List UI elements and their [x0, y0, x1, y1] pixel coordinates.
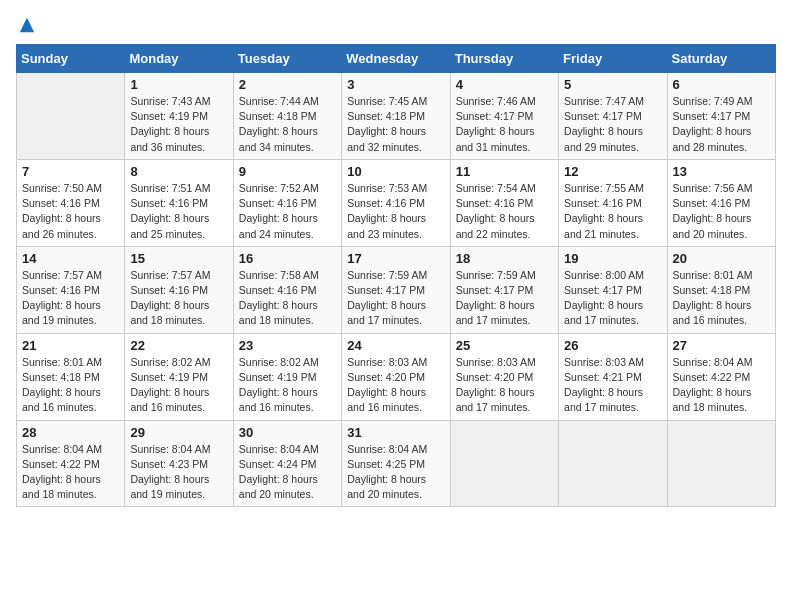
- calendar-cell: 20Sunrise: 8:01 AM Sunset: 4:18 PM Dayli…: [667, 246, 775, 333]
- day-info: Sunrise: 7:51 AM Sunset: 4:16 PM Dayligh…: [130, 181, 227, 242]
- day-number: 15: [130, 251, 227, 266]
- calendar-cell: 6Sunrise: 7:49 AM Sunset: 4:17 PM Daylig…: [667, 73, 775, 160]
- day-number: 26: [564, 338, 661, 353]
- day-number: 21: [22, 338, 119, 353]
- weekday-header-thursday: Thursday: [450, 45, 558, 73]
- calendar-cell: 18Sunrise: 7:59 AM Sunset: 4:17 PM Dayli…: [450, 246, 558, 333]
- day-number: 3: [347, 77, 444, 92]
- calendar-cell: 27Sunrise: 8:04 AM Sunset: 4:22 PM Dayli…: [667, 333, 775, 420]
- day-info: Sunrise: 7:44 AM Sunset: 4:18 PM Dayligh…: [239, 94, 336, 155]
- day-info: Sunrise: 7:49 AM Sunset: 4:17 PM Dayligh…: [673, 94, 770, 155]
- day-number: 9: [239, 164, 336, 179]
- calendar-cell: 26Sunrise: 8:03 AM Sunset: 4:21 PM Dayli…: [559, 333, 667, 420]
- weekday-header-wednesday: Wednesday: [342, 45, 450, 73]
- day-info: Sunrise: 8:04 AM Sunset: 4:23 PM Dayligh…: [130, 442, 227, 503]
- calendar-cell: 31Sunrise: 8:04 AM Sunset: 4:25 PM Dayli…: [342, 420, 450, 507]
- day-info: Sunrise: 7:47 AM Sunset: 4:17 PM Dayligh…: [564, 94, 661, 155]
- calendar-cell: [17, 73, 125, 160]
- day-info: Sunrise: 8:04 AM Sunset: 4:22 PM Dayligh…: [22, 442, 119, 503]
- day-number: 24: [347, 338, 444, 353]
- day-info: Sunrise: 8:03 AM Sunset: 4:20 PM Dayligh…: [456, 355, 553, 416]
- day-info: Sunrise: 7:43 AM Sunset: 4:19 PM Dayligh…: [130, 94, 227, 155]
- day-info: Sunrise: 8:04 AM Sunset: 4:25 PM Dayligh…: [347, 442, 444, 503]
- weekday-header-monday: Monday: [125, 45, 233, 73]
- day-number: 1: [130, 77, 227, 92]
- day-number: 10: [347, 164, 444, 179]
- calendar-cell: 3Sunrise: 7:45 AM Sunset: 4:18 PM Daylig…: [342, 73, 450, 160]
- calendar-cell: 10Sunrise: 7:53 AM Sunset: 4:16 PM Dayli…: [342, 159, 450, 246]
- calendar-cell: 9Sunrise: 7:52 AM Sunset: 4:16 PM Daylig…: [233, 159, 341, 246]
- day-info: Sunrise: 7:46 AM Sunset: 4:17 PM Dayligh…: [456, 94, 553, 155]
- calendar-week-row: 1Sunrise: 7:43 AM Sunset: 4:19 PM Daylig…: [17, 73, 776, 160]
- day-info: Sunrise: 7:57 AM Sunset: 4:16 PM Dayligh…: [130, 268, 227, 329]
- day-number: 23: [239, 338, 336, 353]
- day-info: Sunrise: 7:55 AM Sunset: 4:16 PM Dayligh…: [564, 181, 661, 242]
- day-info: Sunrise: 8:02 AM Sunset: 4:19 PM Dayligh…: [239, 355, 336, 416]
- day-info: Sunrise: 7:59 AM Sunset: 4:17 PM Dayligh…: [456, 268, 553, 329]
- day-number: 2: [239, 77, 336, 92]
- calendar-cell: 16Sunrise: 7:58 AM Sunset: 4:16 PM Dayli…: [233, 246, 341, 333]
- calendar-week-row: 21Sunrise: 8:01 AM Sunset: 4:18 PM Dayli…: [17, 333, 776, 420]
- day-number: 19: [564, 251, 661, 266]
- day-number: 8: [130, 164, 227, 179]
- calendar-cell: 4Sunrise: 7:46 AM Sunset: 4:17 PM Daylig…: [450, 73, 558, 160]
- calendar-cell: 25Sunrise: 8:03 AM Sunset: 4:20 PM Dayli…: [450, 333, 558, 420]
- calendar-cell: 19Sunrise: 8:00 AM Sunset: 4:17 PM Dayli…: [559, 246, 667, 333]
- day-info: Sunrise: 8:03 AM Sunset: 4:20 PM Dayligh…: [347, 355, 444, 416]
- day-number: 13: [673, 164, 770, 179]
- day-info: Sunrise: 8:01 AM Sunset: 4:18 PM Dayligh…: [673, 268, 770, 329]
- day-info: Sunrise: 8:04 AM Sunset: 4:22 PM Dayligh…: [673, 355, 770, 416]
- calendar-header-row: SundayMondayTuesdayWednesdayThursdayFrid…: [17, 45, 776, 73]
- day-info: Sunrise: 7:45 AM Sunset: 4:18 PM Dayligh…: [347, 94, 444, 155]
- day-number: 27: [673, 338, 770, 353]
- calendar-cell: 11Sunrise: 7:54 AM Sunset: 4:16 PM Dayli…: [450, 159, 558, 246]
- weekday-header-tuesday: Tuesday: [233, 45, 341, 73]
- day-info: Sunrise: 8:00 AM Sunset: 4:17 PM Dayligh…: [564, 268, 661, 329]
- calendar-cell: 23Sunrise: 8:02 AM Sunset: 4:19 PM Dayli…: [233, 333, 341, 420]
- calendar-week-row: 28Sunrise: 8:04 AM Sunset: 4:22 PM Dayli…: [17, 420, 776, 507]
- calendar-cell: 29Sunrise: 8:04 AM Sunset: 4:23 PM Dayli…: [125, 420, 233, 507]
- day-number: 11: [456, 164, 553, 179]
- day-number: 7: [22, 164, 119, 179]
- day-info: Sunrise: 7:54 AM Sunset: 4:16 PM Dayligh…: [456, 181, 553, 242]
- day-number: 25: [456, 338, 553, 353]
- calendar-cell: 14Sunrise: 7:57 AM Sunset: 4:16 PM Dayli…: [17, 246, 125, 333]
- calendar-week-row: 7Sunrise: 7:50 AM Sunset: 4:16 PM Daylig…: [17, 159, 776, 246]
- calendar-cell: 24Sunrise: 8:03 AM Sunset: 4:20 PM Dayli…: [342, 333, 450, 420]
- day-info: Sunrise: 7:53 AM Sunset: 4:16 PM Dayligh…: [347, 181, 444, 242]
- day-number: 14: [22, 251, 119, 266]
- weekday-header-friday: Friday: [559, 45, 667, 73]
- day-number: 17: [347, 251, 444, 266]
- day-info: Sunrise: 8:03 AM Sunset: 4:21 PM Dayligh…: [564, 355, 661, 416]
- svg-marker-0: [20, 18, 34, 32]
- day-number: 12: [564, 164, 661, 179]
- day-info: Sunrise: 8:04 AM Sunset: 4:24 PM Dayligh…: [239, 442, 336, 503]
- day-number: 22: [130, 338, 227, 353]
- day-info: Sunrise: 7:50 AM Sunset: 4:16 PM Dayligh…: [22, 181, 119, 242]
- calendar-cell: 30Sunrise: 8:04 AM Sunset: 4:24 PM Dayli…: [233, 420, 341, 507]
- day-info: Sunrise: 7:59 AM Sunset: 4:17 PM Dayligh…: [347, 268, 444, 329]
- page-header: [16, 16, 776, 32]
- calendar-cell: 17Sunrise: 7:59 AM Sunset: 4:17 PM Dayli…: [342, 246, 450, 333]
- day-info: Sunrise: 7:58 AM Sunset: 4:16 PM Dayligh…: [239, 268, 336, 329]
- day-info: Sunrise: 7:57 AM Sunset: 4:16 PM Dayligh…: [22, 268, 119, 329]
- calendar-cell: 8Sunrise: 7:51 AM Sunset: 4:16 PM Daylig…: [125, 159, 233, 246]
- calendar-table: SundayMondayTuesdayWednesdayThursdayFrid…: [16, 44, 776, 507]
- calendar-cell: 15Sunrise: 7:57 AM Sunset: 4:16 PM Dayli…: [125, 246, 233, 333]
- day-number: 4: [456, 77, 553, 92]
- calendar-cell: [559, 420, 667, 507]
- calendar-cell: [450, 420, 558, 507]
- calendar-cell: 12Sunrise: 7:55 AM Sunset: 4:16 PM Dayli…: [559, 159, 667, 246]
- day-number: 30: [239, 425, 336, 440]
- calendar-cell: 22Sunrise: 8:02 AM Sunset: 4:19 PM Dayli…: [125, 333, 233, 420]
- day-number: 18: [456, 251, 553, 266]
- calendar-cell: 5Sunrise: 7:47 AM Sunset: 4:17 PM Daylig…: [559, 73, 667, 160]
- calendar-cell: [667, 420, 775, 507]
- day-number: 6: [673, 77, 770, 92]
- day-number: 16: [239, 251, 336, 266]
- day-info: Sunrise: 8:02 AM Sunset: 4:19 PM Dayligh…: [130, 355, 227, 416]
- logo: [16, 16, 36, 32]
- calendar-cell: 1Sunrise: 7:43 AM Sunset: 4:19 PM Daylig…: [125, 73, 233, 160]
- weekday-header-sunday: Sunday: [17, 45, 125, 73]
- calendar-cell: 21Sunrise: 8:01 AM Sunset: 4:18 PM Dayli…: [17, 333, 125, 420]
